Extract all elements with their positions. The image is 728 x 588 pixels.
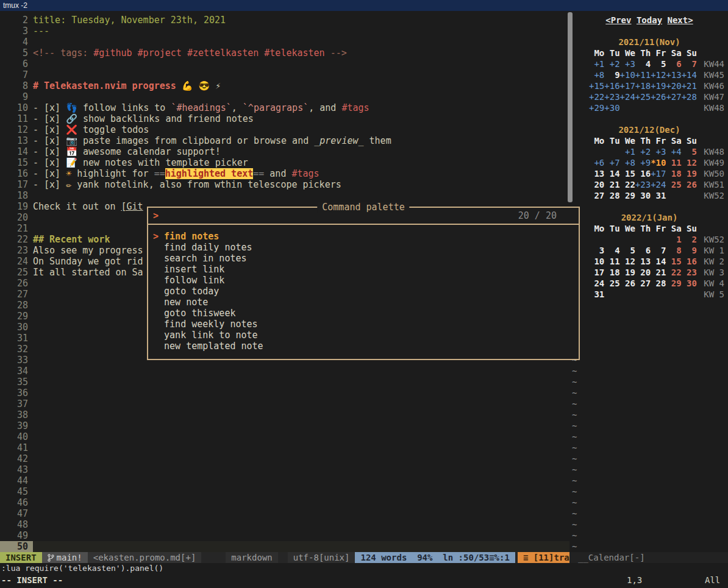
calendar-day[interactable]: 14 (651, 256, 666, 267)
calendar-day[interactable]: 18 (666, 168, 681, 179)
calendar-day[interactable]: +30 (604, 102, 619, 113)
calendar-day[interactable]: 31 (589, 289, 604, 300)
calendar-day[interactable]: 3 (589, 245, 604, 256)
editor-line[interactable]: 41 (0, 442, 569, 453)
editor-line[interactable]: 8# Telekasten.nvim progress 💪 😎 ⚡ (0, 80, 569, 91)
calendar-day[interactable]: 30 (635, 190, 651, 201)
calendar-day[interactable]: +3 (651, 146, 666, 157)
calendar-day[interactable]: +24 (620, 91, 635, 102)
calendar-day[interactable]: +22 (589, 91, 604, 102)
calendar-day[interactable]: +11 (635, 69, 651, 80)
calendar-day[interactable]: 1 (666, 234, 681, 245)
command-palette[interactable]: Command palette > 20 / 20 > find notes f… (147, 207, 580, 360)
calendar-day[interactable]: +23 (604, 91, 619, 102)
palette-item[interactable]: find weekly notes (153, 319, 574, 330)
calendar-day[interactable]: 29 (620, 190, 635, 201)
calendar-day[interactable]: 29 (666, 278, 681, 289)
calendar-day[interactable]: 26 (682, 179, 697, 190)
calendar-day[interactable]: 13 (635, 256, 651, 267)
editor-line[interactable]: 6 (0, 58, 569, 69)
palette-item[interactable]: new templated note (153, 341, 574, 352)
command-line[interactable]: :lua require('telekasten').panel() (0, 563, 728, 574)
palette-item[interactable]: > find notes (153, 231, 574, 242)
palette-item[interactable]: goto today (153, 286, 574, 297)
calendar-day[interactable]: +13 (666, 69, 681, 80)
editor-line[interactable]: 5<!-- tags: #github #project #zettelkast… (0, 48, 569, 58)
calendar-day[interactable]: 4 (604, 245, 619, 256)
calendar-next-button[interactable]: Next> (668, 15, 693, 26)
editor-line[interactable]: 12- [x] ❌ toggle todos (0, 124, 569, 135)
calendar-day[interactable]: 13 (589, 168, 604, 179)
editor-line[interactable]: 16- [x] ☀ highlight for ==highlighted te… (0, 168, 569, 179)
calendar-sidebar[interactable]: <Prev Today Next> 2021/11(Nov)MoTuWeThFr… (569, 11, 728, 552)
editor-line[interactable]: 36 (0, 388, 569, 398)
editor-line[interactable]: 37 (0, 398, 569, 409)
editor-line[interactable]: 50 (0, 541, 569, 552)
calendar-day[interactable]: +8 (589, 69, 604, 80)
calendar-day[interactable]: +6 (589, 157, 604, 168)
calendar-day[interactable]: +20 (666, 80, 681, 91)
calendar-day[interactable]: 27 (635, 278, 651, 289)
palette-item[interactable]: yank link to note (153, 330, 574, 341)
editor-line[interactable]: 13- [x] 📷 paste images from clipboard or… (0, 135, 569, 146)
calendar-prev-button[interactable]: <Prev (605, 15, 631, 26)
editor-line[interactable]: 17- [x] ✏ yank notelink, also from wthin… (0, 179, 569, 190)
calendar-day[interactable]: +17 (620, 80, 635, 91)
calendar-day[interactable]: 17 (589, 267, 604, 278)
calendar-day[interactable]: 6 (666, 58, 681, 69)
calendar-day[interactable]: +3 (620, 58, 635, 69)
calendar-day[interactable]: +4 (666, 146, 681, 157)
calendar-day[interactable]: 24 (589, 278, 604, 289)
editor-line[interactable]: 39 (0, 420, 569, 431)
palette-item[interactable]: search in notes (153, 253, 574, 264)
palette-item[interactable]: follow link (153, 275, 574, 286)
calendar-day[interactable]: +8 (620, 157, 635, 168)
filename-segment[interactable]: <ekasten.promo.md[+] (88, 552, 202, 563)
calendar-day[interactable]: 15 (620, 168, 635, 179)
editor-line[interactable]: 18 (0, 190, 569, 201)
editor-line[interactable]: 2title: Tuesday, November 23th, 2021 (0, 15, 569, 26)
calendar-day[interactable]: 19 (682, 168, 697, 179)
calendar-day[interactable]: +12 (651, 69, 666, 80)
calendar-day[interactable]: +17 (651, 168, 666, 179)
editor-line[interactable]: 11- [x] 🔗 show backlinks and friend note… (0, 113, 569, 124)
editor-line[interactable]: 48 (0, 519, 569, 530)
calendar-day[interactable]: +9 (635, 157, 651, 168)
calendar-day[interactable]: 28 (604, 190, 619, 201)
calendar-day[interactable]: +23 (635, 179, 651, 190)
calendar-day[interactable]: 5 (682, 146, 697, 157)
palette-item[interactable]: find daily notes (153, 242, 574, 253)
calendar-day[interactable]: +15 (589, 80, 604, 91)
calendar-day[interactable]: 10 (589, 256, 604, 267)
palette-item[interactable]: goto thisweek (153, 308, 574, 319)
calendar-day[interactable]: +2 (635, 146, 651, 157)
editor-line[interactable]: 43 (0, 464, 569, 475)
calendar-day[interactable]: +16 (604, 80, 619, 91)
calendar-day[interactable]: 4 (635, 58, 651, 69)
editor-line[interactable]: 34 (0, 366, 569, 377)
editor-line[interactable]: 3--- (0, 26, 569, 37)
calendar-day[interactable]: 25 (604, 278, 619, 289)
calendar-day[interactable]: +19 (651, 80, 666, 91)
calendar-day[interactable]: 22 (620, 179, 635, 190)
calendar-day[interactable]: 28 (651, 278, 666, 289)
calendar-day[interactable]: 15 (666, 256, 681, 267)
calendar-day[interactable]: 20 (635, 267, 651, 278)
calendar-day[interactable]: +2 (604, 58, 619, 69)
calendar-day[interactable]: 12 (682, 157, 697, 168)
calendar-day[interactable]: 16 (682, 256, 697, 267)
calendar-day[interactable]: 9 (604, 69, 619, 80)
calendar-day[interactable]: 22 (666, 267, 681, 278)
calendar-day[interactable]: 6 (635, 245, 651, 256)
editor-line[interactable]: 46 (0, 497, 569, 508)
calendar-day[interactable]: +1 (620, 146, 635, 157)
calendar-day[interactable]: 14 (604, 168, 619, 179)
editor-line[interactable]: 40 (0, 431, 569, 442)
calendar-day[interactable]: 2 (682, 234, 697, 245)
calendar-day[interactable]: +10 (620, 69, 635, 80)
editor-line[interactable]: 38 (0, 409, 569, 420)
calendar-day[interactable]: 26 (620, 278, 635, 289)
calendar-day[interactable]: +18 (635, 80, 651, 91)
calendar-day[interactable]: 5 (651, 58, 666, 69)
calendar-day[interactable]: 18 (604, 267, 619, 278)
